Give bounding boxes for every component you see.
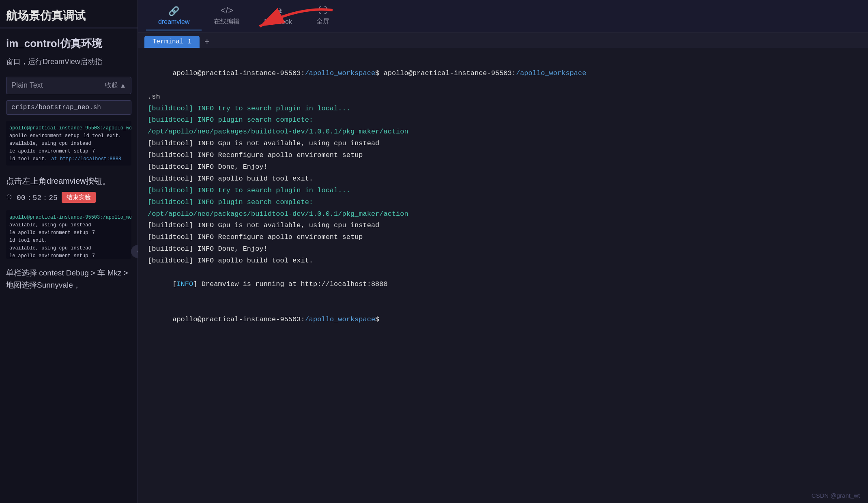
preview2-line-3: le apollo environment setup (9, 230, 88, 236)
term-line-final-prompt: apollo@practical-instance-95503:/apollo_… (148, 302, 858, 337)
nav-online-editor[interactable]: </> 在线编辑 (202, 1, 252, 31)
result-button[interactable]: 结束实验 (62, 192, 96, 203)
term-line-sh: .sh (148, 91, 858, 103)
sidebar-collapse-arrow[interactable]: ‹ (131, 245, 138, 258)
timer-row: ⏱ 00：52：25 结束实验 (0, 189, 138, 206)
term-info-text: INFO (176, 280, 193, 288)
term-line-12: [buildtool] INFO Reconfigure apollo envi… (148, 232, 858, 243)
term-line-8: [buildtool] INFO try to search plugin in… (148, 185, 858, 197)
plain-text-label: Plain Text (11, 81, 43, 90)
dreamview-icon: 🔗 (168, 6, 179, 17)
term-final-path: /apollo_workspace (305, 316, 375, 323)
online-editor-icon: </> (220, 5, 233, 16)
timer-icon: ⏱ (6, 193, 13, 201)
term-line-7: [buildtool] INFO apollo build tool exit. (148, 173, 858, 185)
csdn-watermark: CSDN @grant_wt (812, 492, 860, 499)
term-line-3: /opt/apollo/neo/packages/buildtool-dev/1… (148, 126, 858, 138)
preview2-line-5: ld tool exit. (9, 238, 47, 243)
term-line-4: [buildtool] INFO Gpu is not available, u… (148, 138, 858, 150)
sidebar: 航场景仿真调试 im_control仿真环境 窗口，运行DreamView启动指… (0, 0, 138, 503)
terminal-tabs: Terminal 1 + (138, 32, 868, 48)
preview2-line-6: available, using cpu instead (9, 245, 91, 251)
term-prompt-user: apollo@practical-instance-95503: (172, 69, 305, 77)
nav-notebook[interactable]: ⇄ Notebook (252, 2, 304, 30)
preview-line-4: available, using cpu instead (9, 141, 91, 146)
term-line-13: [buildtool] INFO Done, Enjoy! (148, 243, 858, 255)
section-desc: 窗口，运行DreamView启动指 (0, 55, 138, 73)
terminal-content[interactable]: apollo@practical-instance-95503:/apollo_… (138, 48, 868, 503)
preview-line-5: le apollo environment setup (9, 148, 88, 154)
preview-line-7: ld tool exit. (9, 156, 47, 162)
nav-dreamview[interactable]: 🔗 dreamview (146, 2, 202, 30)
chevron-up-icon: ▲ (120, 82, 126, 89)
terminal-tab-1[interactable]: Terminal 1 (144, 36, 200, 48)
term-line-11: [buildtool] INFO Gpu is not available, u… (148, 220, 858, 232)
preview-line-6: 7 (92, 148, 95, 154)
notebook-icon: ⇄ (275, 6, 282, 17)
term-final-user: apollo@practical-instance-95503: (172, 316, 305, 323)
term-line-info: [INFO] Dreamview is running at http://lo… (148, 267, 858, 302)
sidebar-instruction: 点击左上角dreamview按钮。 (0, 170, 138, 189)
preview-line-3: ld tool exit. (83, 133, 121, 139)
preview2-line-1: apollo@practical-instance-95503:/apollo_… (9, 215, 131, 220)
term-line-14: [buildtool] INFO apollo build tool exit. (148, 255, 858, 267)
nav-online-editor-label: 在线编辑 (214, 17, 240, 26)
nav-notebook-label: Notebook (264, 18, 292, 26)
preview2-line-7: le apollo environment setup (9, 253, 88, 259)
top-nav: 🔗 dreamview </> 在线编辑 ⇄ Notebook ⛶ 全屏 (138, 0, 868, 32)
term-line-5: [buildtool] INFO Reconfigure apollo envi… (148, 150, 858, 161)
collapse-label: 收起 (105, 81, 118, 90)
main-area: 🔗 dreamview </> 在线编辑 ⇄ Notebook ⛶ 全屏 Ter… (138, 0, 868, 503)
preview2-line-2: available, using cpu instead (9, 222, 91, 228)
preview-line-1: apollo@practical-instance-95503:/apollo_… (9, 125, 131, 131)
term-line-2: [buildtool] INFO plugin search complete: (148, 114, 858, 126)
term-line-9: [buildtool] INFO plugin search complete: (148, 197, 858, 209)
sidebar-bottom-text: 单栏选择 contest Debug > 车 Mkz > 地图选择Sunnyva… (0, 263, 138, 296)
nav-fullscreen-label: 全屏 (316, 17, 329, 26)
fullscreen-icon: ⛶ (318, 5, 327, 16)
term-prompt-path: /apollo_workspace (305, 69, 375, 77)
terminal-preview-1: apollo@practical-instance-95503:/apollo_… (6, 121, 131, 166)
preview-line-8: at http://localhost:8888 (51, 156, 121, 162)
terminal-preview-2: apollo@practical-instance-95503:/apollo_… (6, 210, 131, 259)
term-line-6: [buildtool] INFO Done, Enjoy! (148, 161, 858, 173)
term-line-10: /opt/apollo/neo/packages/buildtool-dev/1… (148, 209, 858, 220)
sidebar-title: 航场景仿真调试 (0, 0, 138, 28)
script-path-box: cripts/bootstrap_neo.sh (6, 100, 131, 115)
preview-line-2: apollo environment setup (9, 133, 79, 139)
collapse-button[interactable]: 收起 ▲ (105, 81, 126, 90)
script-path-text: cripts/bootstrap_neo.sh (11, 104, 101, 111)
nav-fullscreen[interactable]: ⛶ 全屏 (304, 1, 342, 31)
term-line-prompt-1: apollo@practical-instance-95503:/apollo_… (148, 56, 858, 91)
preview2-line-8: 7 (92, 253, 95, 259)
section-title: im_control仿真环境 (0, 28, 138, 55)
timer-value: 00：52：25 (17, 193, 58, 202)
plain-text-box: Plain Text 收起 ▲ (6, 77, 131, 94)
preview2-line-4: 7 (92, 230, 95, 236)
nav-dreamview-label: dreamview (158, 18, 189, 26)
add-terminal-tab-button[interactable]: + (201, 37, 213, 46)
term-line-1: [buildtool] INFO try to search plugin in… (148, 103, 858, 115)
